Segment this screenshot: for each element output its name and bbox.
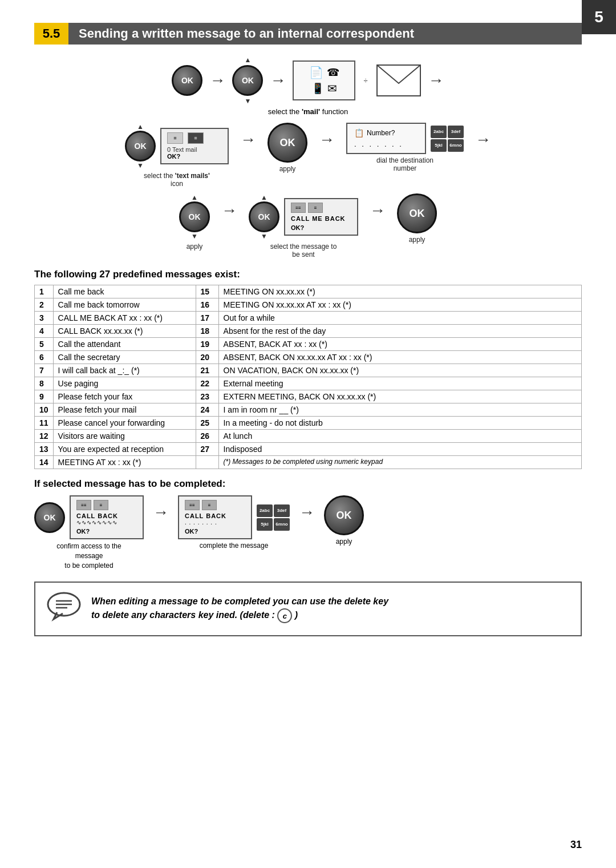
ok-button-8[interactable]: OK <box>34 502 65 533</box>
ok-label-4: OK <box>280 137 295 149</box>
ok-apply-label: OK? <box>291 224 351 231</box>
page-footer-number: 31 <box>570 839 582 851</box>
num-12: 12 <box>35 430 54 443</box>
key-3def: 3def <box>448 126 464 138</box>
predefined-header: The following 27 predefined messages exi… <box>34 269 582 280</box>
comp-key-3def: 3def <box>274 504 290 517</box>
table-row: 4 CALL BACK xx.xx.xx (*) 18 Absent for t… <box>35 325 582 338</box>
msg-1: Call me back <box>53 285 196 298</box>
ok-button-3[interactable]: OK <box>125 131 156 162</box>
footnote-star <box>196 456 218 469</box>
ok-label-7: OK <box>410 208 425 220</box>
msg-23: EXTERN MEETING, BACK ON xx.xx.xx (*) <box>218 390 581 403</box>
num-4: 4 <box>35 325 54 338</box>
msg-4: CALL BACK xx.xx.xx (*) <box>53 325 196 338</box>
ok-label-5: OK <box>189 212 201 221</box>
num-19: 19 <box>196 338 218 351</box>
svg-rect-0 <box>377 65 420 96</box>
num-2: 2 <box>35 298 54 312</box>
num-7: 7 <box>35 364 54 377</box>
msg-26: At lunch <box>218 430 581 443</box>
msg-13: You are expected at reception <box>53 443 196 456</box>
num-3: 3 <box>35 312 54 325</box>
num-17: 17 <box>196 312 218 325</box>
table-row: 14 MEETING AT xx : xx (*) (*) Messages t… <box>35 456 582 469</box>
completion-header: If selected message has to be completed: <box>34 478 582 490</box>
ok-button-5[interactable]: OK <box>179 201 210 232</box>
msg-21: ON VACATION, BACK ON xx.xx.xx (*) <box>218 364 581 377</box>
msg-2: Call me back tomorrow <box>53 298 196 312</box>
msg-16: MEETING ON xx.xx.xx AT xx : xx (*) <box>218 298 581 312</box>
delete-key-icon: c <box>277 608 292 623</box>
diagram-row-2: ▲ OK ▼ ≡ ≡ 0 Text mail OK? select the 't… <box>34 123 582 188</box>
comp-key-2abc: 2abc <box>257 504 273 517</box>
arrow-8: → <box>370 193 386 220</box>
msg-8: Use paging <box>53 377 196 390</box>
comp-icon-4: ≡ <box>202 500 217 510</box>
number-label: Number? <box>367 129 395 137</box>
caption-apply-3: apply <box>409 236 425 244</box>
num-20: 20 <box>196 351 218 364</box>
ok-button-9[interactable]: OK <box>324 495 364 535</box>
key-6mno: 6mno <box>448 139 464 152</box>
ok-button-6[interactable]: OK <box>249 201 279 232</box>
comp-caption-3: apply <box>336 538 352 546</box>
table-row: 11 Please cancel your forwarding 25 In a… <box>35 417 582 430</box>
num-18: 18 <box>196 325 218 338</box>
note-text: When editing a message to be completed y… <box>91 595 388 623</box>
diagram-row-3: ▲ OK ▼ apply → ▲ OK ▼ ≡≡ <box>34 193 582 259</box>
msg-icon-1: ≡≡ <box>291 203 306 213</box>
msg-27: Indisposed <box>218 443 581 456</box>
ok-button-7[interactable]: OK <box>397 193 437 233</box>
table-row: 6 Call the secretary 20 ABSENT, BACK ON … <box>35 351 582 364</box>
comp-screen1-ok: OK? <box>76 528 137 535</box>
caption-dial: dial the destination number <box>371 156 439 172</box>
table-row: 7 I will call back at _:_ (*) 21 ON VACA… <box>35 364 582 377</box>
completion-screen-2: ≡≡ ≡ CALL BACK . . . . . . . . OK? <box>178 495 252 539</box>
comp-screen1-line2: ∿∿∿∿∿∿∿∿ <box>76 519 137 526</box>
ok-button-1[interactable]: OK <box>172 65 202 96</box>
completion-keypad: 2abc 3def 5jkl 6mno <box>257 504 290 531</box>
diagram-row-1: OK → ▲ OK ▼ → 📄 ☎ 📱 ✉ ÷ → <box>34 56 582 105</box>
num-13: 13 <box>35 443 54 456</box>
num-22: 22 <box>196 377 218 390</box>
ok-button-2[interactable]: OK <box>232 65 263 96</box>
arrow-5: → <box>319 123 335 149</box>
comp-screen2-line1: CALL BACK <box>185 512 245 519</box>
num-23: 23 <box>196 390 218 403</box>
msg-11: Please cancel your forwarding <box>53 417 196 430</box>
num-25: 25 <box>196 417 218 430</box>
msg-12: Visitors are waiting <box>53 430 196 443</box>
num-6: 6 <box>35 351 54 364</box>
completion-screen-1: ≡≡ ≡ CALL BACK ∿∿∿∿∿∿∿∿ OK? <box>70 495 144 539</box>
msg-17: Out for a while <box>218 312 581 325</box>
caption-text-mails: select the 'text mails' icon <box>143 172 211 188</box>
ok-label-3: OK <box>135 142 147 151</box>
num-27: 27 <box>196 443 218 456</box>
comp-icon-1: ≡≡ <box>76 500 91 510</box>
ok-label-8: OK <box>44 513 56 522</box>
arrow-7: → <box>221 193 237 220</box>
msg-22: External meeting <box>218 377 581 390</box>
msg-icon-2: ≡ <box>308 203 323 213</box>
num-15: 15 <box>196 285 218 298</box>
comp-caption-2: complete the message <box>200 542 269 550</box>
caption-apply-2: apply <box>187 243 203 251</box>
table-row: 10 Please fetch your mail 24 I am in roo… <box>35 403 582 417</box>
ok-button-4[interactable]: OK <box>268 123 307 163</box>
table-row: 13 You are expected at reception 27 Indi… <box>35 443 582 456</box>
ok-label-2: OK <box>242 76 254 85</box>
num-11: 11 <box>35 417 54 430</box>
completion-section: If selected message has to be completed:… <box>34 478 582 570</box>
arrow-10: → <box>299 495 315 522</box>
comp-screen2-ok: OK? <box>185 528 245 535</box>
num-24: 24 <box>196 403 218 417</box>
msg-3: CALL ME BACK AT xx : xx (*) <box>53 312 196 325</box>
number-input-box: 📋 Number? . . . . . . . <box>346 123 426 154</box>
table-row: 9 Please fetch your fax 23 EXTERN MEETIN… <box>35 390 582 403</box>
caption-apply-1: apply <box>279 165 296 173</box>
mail-icon-box: 📄 ☎ 📱 ✉ <box>293 60 355 100</box>
num-10: 10 <box>35 403 54 417</box>
comp-screen1-line1: CALL BACK <box>76 512 137 519</box>
table-row: 3 CALL ME BACK AT xx : xx (*) 17 Out for… <box>35 312 582 325</box>
